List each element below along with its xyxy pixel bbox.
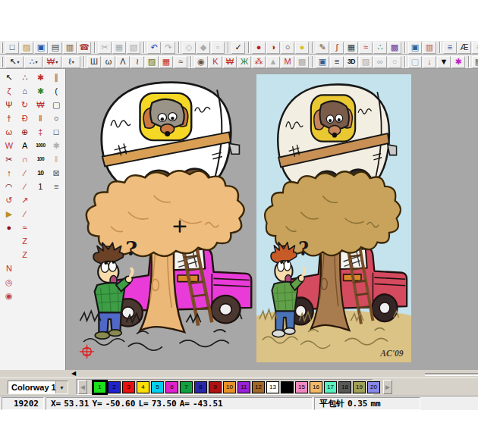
new-file-button[interactable]: □ <box>5 42 19 54</box>
palette-chip-8[interactable]: 8 <box>194 381 207 393</box>
run-1000-tool[interactable]: 1000 <box>33 139 49 152</box>
save-file-button[interactable]: ▣ <box>34 42 48 54</box>
toolbar-drag-handle-2[interactable] <box>2 57 3 67</box>
select-tool-button[interactable]: ↖▾ <box>5 56 24 68</box>
palette-chip-18[interactable]: 18 <box>338 381 351 393</box>
run-stitch-button[interactable]: ≀ <box>131 56 144 68</box>
z-stitch-1-tool[interactable]: Z <box>17 235 33 248</box>
zigzag-input-tool-button[interactable]: ₩▾ <box>43 56 61 68</box>
run-1-tool[interactable]: 1 <box>33 180 49 193</box>
resize-grip[interactable] <box>425 373 478 376</box>
fill-flower-tool[interactable]: ✱ <box>33 71 49 84</box>
palette-chip-11[interactable]: 11 <box>237 381 250 393</box>
hatch-fill-button[interactable]: ▨ <box>145 56 159 68</box>
palette-chip-3[interactable]: 3 <box>122 381 135 393</box>
needle-point-button[interactable]: ↓ <box>423 56 436 68</box>
monogram-d-tool[interactable]: Ð <box>17 112 33 125</box>
border-stitch-button[interactable]: M <box>281 56 294 68</box>
toolbar-drag-handle[interactable] <box>2 42 3 53</box>
chevron-down-icon[interactable]: ▼ <box>55 381 68 393</box>
measure-tool-button[interactable]: ✎ <box>316 42 329 54</box>
palette-chip-2[interactable]: 2 <box>108 381 121 393</box>
ellipse-tool-tool[interactable]: ○ <box>49 112 64 125</box>
select-arrow-tool[interactable]: ↖ <box>2 71 17 84</box>
slant-arrow-stitch-tool[interactable]: ↗ <box>17 194 33 207</box>
colorway-select[interactable]: Colorway 1 ▼ <box>8 381 68 394</box>
rectangle-tool-tool[interactable]: □ <box>49 126 64 139</box>
flower-ball-tool[interactable]: ⊕ <box>17 126 33 139</box>
palette-chip-17[interactable]: 17 <box>324 381 337 393</box>
loop-stitch-button[interactable]: ω <box>102 56 115 68</box>
applique-object-button[interactable]: ● <box>295 42 309 54</box>
n-stitch-tool[interactable]: N <box>2 262 17 275</box>
sequin-tool-tool[interactable]: ▶ <box>2 208 17 221</box>
motif-flower-tool[interactable]: ✱ <box>33 85 49 98</box>
palette-chip-10[interactable]: 10 <box>223 381 236 393</box>
slant-stitch-1-tool[interactable]: ∕ <box>17 167 33 180</box>
stop-point-tool[interactable]: ● <box>2 221 17 234</box>
satin-stitch-button[interactable]: Ш <box>87 56 101 68</box>
heavy-zigzag-button[interactable]: ₩ <box>223 56 237 68</box>
flyout-arrow-icon[interactable]: ▾ <box>35 59 37 64</box>
palette-scroll-left[interactable]: ◄ <box>78 380 87 394</box>
palette-chip-1[interactable]: 1 <box>93 381 106 393</box>
dot-fill-button[interactable]: ▦ <box>159 56 173 68</box>
fan-tool-tool[interactable]: ◠ <box>2 180 17 193</box>
palette-chip-13[interactable]: 13 <box>266 381 279 393</box>
thread-chart-button[interactable]: ▥ <box>423 42 436 54</box>
arc-shape-tool[interactable]: ( <box>49 85 64 98</box>
undo-button[interactable]: ↶ <box>147 42 161 54</box>
rotate-ccw-tool[interactable]: ↺ <box>2 194 17 207</box>
flower-motif-button[interactable]: ✱ <box>451 56 465 68</box>
machine-stitch-tool[interactable]: ‡ <box>33 126 49 139</box>
three-d-view-button[interactable]: 3D <box>344 56 358 68</box>
pattern-grid-button[interactable]: ▦ <box>472 56 478 68</box>
dropdown-arrow-button[interactable]: ▼ <box>437 56 451 68</box>
palette-chip-6[interactable]: 6 <box>165 381 178 393</box>
outline-view-button[interactable]: ≡ <box>330 56 344 68</box>
cut-stitch-tool[interactable]: ✂ <box>2 153 17 166</box>
box-cross-tool[interactable]: ⊠ <box>49 167 64 180</box>
design-properties-button[interactable]: ✓ <box>231 42 245 54</box>
print-preview-button[interactable]: ▥ <box>63 42 77 54</box>
fancy-fill-button[interactable]: Ж <box>237 56 251 68</box>
wave-fill-button[interactable]: ≈ <box>174 56 187 68</box>
design-canvas[interactable]: AC'09 <box>66 69 478 370</box>
wave-stitch-red-tool[interactable]: ≈ <box>17 221 33 234</box>
palette-chip-20[interactable]: 20 <box>367 381 380 393</box>
photo-stitch-button[interactable]: ▣ <box>316 56 329 68</box>
fill-object-button[interactable]: ● <box>252 42 266 54</box>
grid-toggle-button[interactable]: ▦ <box>344 42 358 54</box>
palette-chip-9[interactable]: 9 <box>209 381 222 393</box>
circle-arrow-tool[interactable]: ↻ <box>17 99 33 111</box>
palette-chip-19[interactable]: 19 <box>353 381 366 393</box>
digitized-design-panel[interactable] <box>77 72 256 365</box>
gear-pair-tool[interactable]: ◎ <box>2 276 17 289</box>
flyout-arrow-icon[interactable]: ▾ <box>17 59 20 64</box>
palette-chip-12[interactable]: 12 <box>252 381 265 393</box>
run-10-tool[interactable]: 10 <box>33 167 49 180</box>
original-artwork-panel[interactable]: AC'09 <box>256 74 411 362</box>
lettering-properties-button[interactable]: Æ <box>458 42 471 54</box>
outline-object-button[interactable]: ○ <box>281 42 294 54</box>
node-edit-tool[interactable]: ζ <box>2 85 17 98</box>
wave-pen-tool[interactable]: ω <box>2 126 17 139</box>
needle-threader-button[interactable]: ʃ <box>330 42 344 54</box>
palette-collapse-arrow[interactable]: ◀ <box>71 370 80 378</box>
scan-design-button[interactable]: ☎ <box>77 42 91 54</box>
k-fancy-stitch-button[interactable]: K <box>209 56 222 68</box>
stitch-graph-button[interactable]: ∴ <box>373 42 387 54</box>
circled-motif-button[interactable]: ◉ <box>194 56 208 68</box>
background-picture-button[interactable]: ▩ <box>388 42 401 54</box>
send-rectangle-tool[interactable]: ▢ <box>49 99 64 111</box>
zigzag-column-tool[interactable]: ₩ <box>33 99 49 111</box>
palette-chip-15[interactable]: 15 <box>295 381 308 393</box>
zigzag-stitch-button[interactable]: Λ <box>116 56 130 68</box>
motif-fill-button[interactable]: ⁂ <box>252 56 266 68</box>
flyout-arrow-icon[interactable]: ▾ <box>55 59 58 64</box>
column-tool-tool[interactable]: ǁ <box>33 112 49 125</box>
reshape-nodes-tool-button[interactable]: ∴▾ <box>24 56 42 68</box>
fancy-w-stitch-tool[interactable]: W <box>2 139 17 152</box>
lettering-tool-tool[interactable]: A <box>17 139 33 152</box>
palette-chip-14[interactable]: 14 <box>281 381 294 393</box>
